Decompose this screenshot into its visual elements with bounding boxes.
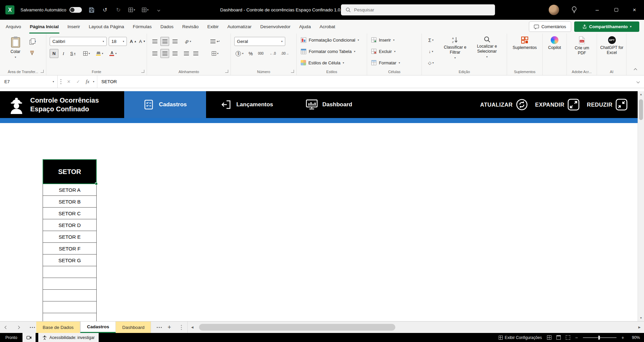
accounting-format-button[interactable]: $▾ (234, 49, 245, 58)
paste-button[interactable]: Colar ▾ (5, 36, 26, 59)
sheet-nav-left-icon[interactable] (0, 322, 12, 333)
zoom-level[interactable]: 90% (629, 335, 640, 340)
zoom-in-button[interactable]: + (622, 335, 624, 340)
share-dropdown-icon[interactable]: ▾ (630, 25, 631, 28)
search-input[interactable] (354, 7, 482, 12)
collapse-ribbon-icon[interactable] (634, 68, 637, 72)
horizontal-scrollbar[interactable]: ◀ ▶ (187, 322, 644, 333)
table-row[interactable] (43, 313, 97, 321)
zoom-out-button[interactable]: − (575, 335, 578, 340)
selected-cell-setor[interactable]: SETOR (43, 159, 97, 184)
sheet-list-more-icon[interactable] (24, 322, 36, 333)
decrease-decimal-button[interactable]: .00→ (279, 49, 291, 58)
align-right-button[interactable] (170, 49, 179, 58)
nav-lancamentos[interactable]: Lançamentos (206, 91, 288, 118)
minimize-button[interactable]: – (588, 0, 607, 20)
atualizar-button[interactable]: ATUALIZAR (480, 99, 528, 111)
horizontal-scroll-thumb[interactable] (199, 324, 395, 331)
font-size-select[interactable]: 18▾ (109, 37, 127, 46)
format-painter-button[interactable] (30, 48, 35, 57)
tab-exibir[interactable]: Exibir (203, 20, 223, 34)
page-layout-view-icon[interactable] (556, 335, 561, 340)
chatgpt-button[interactable]: GPT ChatGPT for Excel (600, 36, 624, 55)
tab-revisao[interactable]: Revisão (178, 20, 203, 34)
table-row[interactable]: SETOR A (43, 184, 97, 196)
create-pdf-button[interactable]: PDF Crie um PDF (570, 36, 594, 56)
find-select-dropdown-icon[interactable]: ▾ (486, 55, 488, 59)
increase-decimal-button[interactable]: ←.0 (268, 49, 278, 58)
normal-view-icon[interactable] (547, 335, 551, 340)
save-icon[interactable] (88, 5, 95, 15)
table-row[interactable] (43, 278, 97, 290)
fill-handle[interactable] (95, 182, 98, 185)
copy-button[interactable]: ▾ (30, 37, 36, 46)
autosum-button[interactable]: Σ▾ (425, 36, 437, 45)
table-row[interactable]: SETOR D (43, 219, 97, 231)
expand-formula-bar-icon[interactable] (637, 80, 640, 83)
insert-function-button[interactable]: fx (83, 75, 92, 88)
name-box[interactable]: E7 ▾ (0, 75, 58, 88)
paste-dropdown-icon[interactable]: ▾ (15, 56, 16, 59)
font-name-select[interactable]: Calibri▾ (50, 37, 107, 46)
tab-pagina-inicial[interactable]: Página Inicial (26, 20, 63, 34)
maximize-button[interactable] (607, 0, 626, 20)
tab-dados[interactable]: Dados (156, 20, 178, 34)
orientation-button[interactable]: ab▾ (182, 37, 194, 46)
scroll-right-icon[interactable]: ▶ (638, 326, 641, 329)
accessibility-status[interactable]: Acessibilidade: investigar (38, 333, 99, 342)
tab-ajuda[interactable]: Ajuda (295, 20, 315, 34)
add-sheet-button[interactable]: + (163, 322, 175, 333)
number-format-select[interactable]: Geral▾ (234, 37, 285, 46)
alignment-dialog-launcher-icon[interactable] (225, 70, 228, 73)
find-select-button[interactable]: Localizar e Selecionar ▾ (472, 36, 502, 58)
align-left-button[interactable] (150, 49, 159, 58)
sort-filter-dropdown-icon[interactable]: ▾ (454, 56, 456, 60)
vertical-scroll-thumb[interactable] (639, 99, 643, 120)
user-avatar[interactable] (549, 5, 559, 15)
excel-app-icon[interactable]: X (5, 5, 14, 14)
nav-cadastros[interactable]: Cadastros (124, 91, 206, 118)
table-row[interactable]: SETOR E (43, 231, 97, 243)
function-dropdown-icon[interactable]: ▾ (93, 80, 94, 83)
quick-access-item-icon[interactable]: ▾ (128, 5, 136, 15)
fill-button[interactable]: ↓▾ (425, 47, 437, 56)
more-sheets-icon[interactable] (151, 322, 163, 333)
clipboard-dialog-launcher-icon[interactable] (41, 70, 44, 73)
clear-button[interactable]: ◇▾ (425, 58, 437, 67)
tab-layout-da-pagina[interactable]: Layout da Página (85, 20, 129, 34)
sheet-tab-dashboard[interactable]: Dashboard (116, 322, 151, 333)
document-title-area[interactable]: Dashboard - Controle de ocorrências Espa… (220, 0, 356, 20)
name-box-dropdown-icon[interactable]: ▾ (53, 80, 54, 83)
undo-icon[interactable]: ↺ (101, 5, 109, 15)
delete-cells-button[interactable]: Excluir▾ (371, 47, 395, 56)
formula-input[interactable]: SETOR (97, 75, 632, 88)
align-middle-button[interactable] (160, 37, 169, 46)
underline-button[interactable]: S▾ (68, 49, 78, 58)
wrap-text-button[interactable]: ↩ (208, 37, 222, 46)
sheet-options-icon[interactable] (175, 322, 187, 333)
italic-button[interactable]: I (60, 49, 67, 58)
comma-style-button[interactable]: 000 (256, 49, 266, 58)
customize-quick-access-icon[interactable] (155, 5, 162, 15)
bold-button[interactable]: N (50, 49, 58, 58)
table-row[interactable] (43, 301, 97, 313)
merge-center-button[interactable]: ▾ (208, 49, 222, 58)
tab-arquivo[interactable]: Arquivo (1, 20, 26, 34)
addins-button[interactable]: Suplementos (507, 36, 542, 50)
align-center-button[interactable] (160, 49, 169, 58)
format-cells-button[interactable]: Formatar▾ (371, 58, 400, 67)
table-row[interactable]: SETOR G (43, 254, 97, 266)
table-row[interactable]: SETOR B (43, 196, 97, 208)
macro-record-button[interactable] (22, 333, 36, 342)
redo-icon[interactable]: ↻ (115, 5, 122, 15)
tab-inserir[interactable]: Inserir (63, 20, 85, 34)
increase-indent-button[interactable] (191, 49, 200, 58)
display-settings-button[interactable]: Exibir Configurações (499, 335, 542, 340)
confirm-entry-icon[interactable]: ✓ (73, 75, 83, 88)
tab-formulas[interactable]: Fórmulas (129, 20, 156, 34)
nav-dashboard[interactable]: Dashboard (288, 91, 370, 118)
decrease-font-button[interactable]: A▼ (138, 37, 146, 46)
search-box[interactable] (341, 4, 495, 15)
zoom-slider[interactable] (583, 337, 616, 338)
scroll-down-icon[interactable]: ▼ (638, 317, 644, 320)
